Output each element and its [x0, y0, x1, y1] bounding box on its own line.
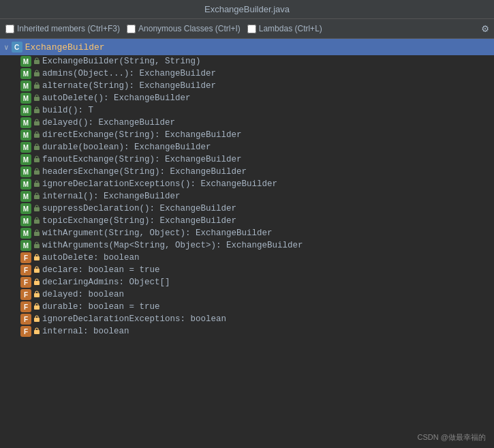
visibility-public-icon: [33, 94, 40, 103]
visibility-lock-icon: [33, 278, 40, 287]
item-text: withArguments(Map<String, Object>): Exch…: [42, 241, 303, 250]
field-badge: F: [20, 314, 31, 325]
list-item[interactable]: Finternal: boolean: [0, 325, 494, 338]
svg-rect-15: [34, 244, 40, 248]
visibility-lock-icon: [33, 254, 40, 263]
settings-icon[interactable]: ⚙: [482, 22, 489, 35]
anonymous-classes-checkbox[interactable]: Anonymous Classes (Ctrl+I): [127, 24, 241, 33]
visibility-lock-icon: [33, 303, 40, 312]
svg-rect-0: [34, 60, 40, 64]
method-badge: M: [20, 56, 31, 67]
watermark: CSDN @做最幸福的: [418, 432, 486, 443]
method-badge: M: [20, 68, 31, 79]
visibility-public-icon: [33, 192, 40, 201]
list-item[interactable]: Fdurable: boolean = true: [0, 301, 494, 313]
method-badge: M: [20, 240, 31, 251]
expand-chevron[interactable]: ∨: [4, 43, 9, 52]
item-text: ignoreDeclarationExceptions: boolean: [42, 314, 226, 324]
item-text: ExchangeBuilder(String, String): [42, 57, 201, 66]
method-badge: M: [20, 228, 31, 239]
list-item[interactable]: Mbuild(): T: [0, 104, 494, 117]
svg-rect-5: [34, 121, 40, 125]
item-text: autoDelete: boolean: [42, 253, 140, 263]
method-badge: M: [20, 93, 31, 104]
svg-rect-19: [34, 293, 40, 297]
visibility-public-icon: [33, 241, 40, 250]
item-text: declaringAdmins: Object[]: [42, 278, 170, 287]
svg-rect-14: [34, 232, 40, 236]
item-text: headersExchange(String): ExchangeBuilder: [42, 167, 247, 177]
visibility-public-icon: [33, 180, 40, 189]
method-badge: M: [20, 166, 31, 177]
item-text: internal(): ExchangeBuilder: [42, 192, 181, 201]
visibility-public-icon: [33, 57, 40, 66]
svg-rect-16: [34, 256, 40, 260]
list-item[interactable]: MwithArgument(String, Object): ExchangeB…: [0, 227, 494, 239]
method-badge: M: [20, 215, 31, 226]
item-text: declare: boolean = true: [42, 265, 160, 275]
list-item[interactable]: MwithArguments(Map<String, Object>): Exc…: [0, 239, 494, 252]
svg-rect-9: [34, 170, 40, 175]
item-text: autoDelete(): ExchangeBuilder: [42, 93, 191, 103]
field-badge: F: [20, 289, 31, 300]
svg-rect-17: [34, 269, 40, 273]
list-item[interactable]: Madmins(Object...): ExchangeBuilder: [0, 68, 494, 80]
visibility-public-icon: [33, 119, 40, 128]
list-item[interactable]: Fdelayed: boolean: [0, 288, 494, 301]
svg-rect-1: [34, 72, 40, 76]
visibility-public-icon: [33, 143, 40, 152]
visibility-lock-icon: [33, 327, 40, 336]
item-text: directExchange(String): ExchangeBuilder: [42, 130, 242, 140]
list-item[interactable]: Fdeclare: boolean = true: [0, 264, 494, 276]
visibility-lock-icon: [33, 266, 40, 275]
item-text: delayed(): ExchangeBuilder: [42, 118, 175, 128]
svg-rect-21: [34, 318, 40, 322]
item-text: delayed: boolean: [42, 290, 124, 299]
visibility-public-icon: [33, 155, 40, 164]
list-item[interactable]: FdeclaringAdmins: Object[]: [0, 276, 494, 288]
lambdas-checkbox[interactable]: Lambdas (Ctrl+L): [247, 24, 322, 33]
svg-rect-22: [34, 330, 40, 334]
list-item[interactable]: MdirectExchange(String): ExchangeBuilder: [0, 129, 494, 141]
list-item[interactable]: Malternate(String): ExchangeBuilder: [0, 80, 494, 92]
list-item[interactable]: FignoreDeclarationExceptions: boolean: [0, 313, 494, 325]
visibility-public-icon: [33, 217, 40, 226]
visibility-public-icon: [33, 168, 40, 177]
method-badge: M: [20, 142, 31, 153]
method-badge: M: [20, 117, 31, 128]
svg-rect-8: [34, 158, 40, 162]
method-badge: M: [20, 154, 31, 165]
list-item[interactable]: FautoDelete: boolean: [0, 252, 494, 264]
tree-header[interactable]: ∨ C ExchangeBuilder: [0, 39, 494, 55]
list-item[interactable]: MsuppressDeclaration(): ExchangeBuilder: [0, 203, 494, 215]
list-item[interactable]: MautoDelete(): ExchangeBuilder: [0, 92, 494, 104]
tree-body: MExchangeBuilder(String, String)Madmins(…: [0, 55, 494, 442]
list-item[interactable]: MExchangeBuilder(String, String): [0, 55, 494, 68]
list-item[interactable]: Mdelayed(): ExchangeBuilder: [0, 117, 494, 129]
field-badge: F: [20, 301, 31, 312]
method-badge: M: [20, 105, 31, 116]
field-badge: F: [20, 277, 31, 288]
visibility-lock-icon: [33, 315, 40, 324]
list-item[interactable]: Minternal(): ExchangeBuilder: [0, 190, 494, 203]
list-item[interactable]: Mdurable(boolean): ExchangeBuilder: [0, 141, 494, 153]
list-item[interactable]: MtopicExchange(String): ExchangeBuilder: [0, 215, 494, 227]
visibility-public-icon: [33, 70, 40, 78]
field-badge: F: [20, 252, 31, 263]
svg-rect-3: [34, 97, 40, 101]
method-badge: M: [20, 130, 31, 140]
svg-rect-18: [34, 281, 40, 285]
svg-rect-4: [34, 109, 40, 113]
method-badge: M: [20, 80, 31, 91]
list-item[interactable]: MheadersExchange(String): ExchangeBuilde…: [0, 166, 494, 178]
item-text: fanoutExchange(String): ExchangeBuilder: [42, 155, 242, 164]
visibility-public-icon: [33, 106, 40, 115]
inherited-members-checkbox[interactable]: Inherited members (Ctrl+F3): [5, 24, 120, 33]
svg-rect-2: [34, 85, 40, 89]
list-item[interactable]: MfanoutExchange(String): ExchangeBuilder: [0, 153, 494, 166]
list-item[interactable]: MignoreDeclarationExceptions(): Exchange…: [0, 178, 494, 190]
svg-rect-7: [34, 146, 40, 150]
item-text: alternate(String): ExchangeBuilder: [42, 81, 216, 91]
svg-rect-12: [34, 207, 40, 211]
item-text: withArgument(String, Object): ExchangeBu…: [42, 228, 273, 238]
